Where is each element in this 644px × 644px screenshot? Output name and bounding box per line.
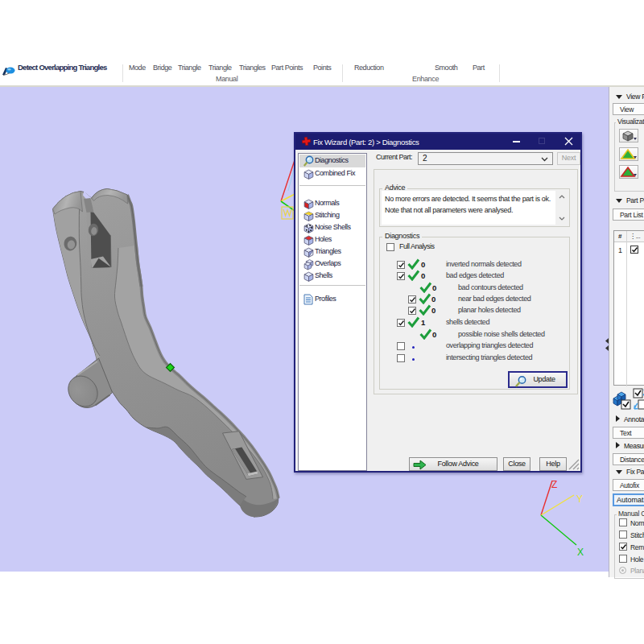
svg-text:Z: Z — [551, 479, 557, 490]
svg-text:Y: Y — [576, 493, 583, 505]
svg-text:X: X — [577, 547, 584, 558]
